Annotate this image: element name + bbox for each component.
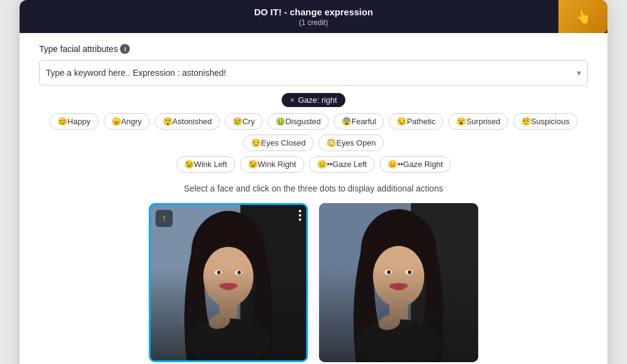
dropdown-arrow-icon[interactable]: ▾ xyxy=(577,68,581,78)
svg-rect-15 xyxy=(389,303,408,321)
keyword-input-row: ▾ xyxy=(39,60,588,86)
info-icon[interactable]: i xyxy=(120,44,130,54)
chip-gaze-left[interactable]: 😑••Gaze Left xyxy=(309,156,375,173)
instruction-text: Select a face and click on the three dot… xyxy=(39,184,588,193)
svg-point-6 xyxy=(215,270,222,275)
portrait-svg-2 xyxy=(319,203,478,362)
header-bar: DO IT! - change expression (1 credit) 👆 xyxy=(20,0,607,33)
header-subtitle: (1 credit) xyxy=(69,18,558,27)
svg-rect-4 xyxy=(219,302,237,320)
portrait-svg-1 xyxy=(151,205,306,360)
svg-point-21 xyxy=(377,313,402,332)
main-window: DO IT! - change expression (1 credit) 👆 … xyxy=(20,0,607,364)
svg-point-5 xyxy=(187,319,271,360)
image-card-2[interactable] xyxy=(319,203,478,362)
image-card-1[interactable]: ↑ xyxy=(149,203,308,362)
chip-fearful[interactable]: 😨Fearful xyxy=(334,113,384,130)
portrait-1 xyxy=(151,205,306,360)
chip-gaze-right[interactable]: 😑••Gaze Right xyxy=(380,156,451,173)
upload-icon[interactable]: ↑ xyxy=(156,210,173,227)
chip-surprised[interactable]: 😮Surprised xyxy=(448,113,508,130)
dot-3 xyxy=(299,218,301,221)
chip-wink-left[interactable]: 😉Wink Left xyxy=(176,156,235,173)
dot-2 xyxy=(299,214,301,217)
svg-point-10 xyxy=(207,312,231,332)
svg-point-9 xyxy=(238,270,241,274)
portrait-2 xyxy=(319,203,478,362)
section-label: Type facial attributes i xyxy=(39,44,588,54)
hand-icon: 👆 xyxy=(575,9,591,24)
chip-pathetic[interactable]: 😒Pathetic xyxy=(389,113,443,130)
chip-angry[interactable]: 😠Angry xyxy=(103,113,150,130)
active-tag[interactable]: × Gaze: right xyxy=(282,93,346,107)
tag-close-icon[interactable]: × xyxy=(290,96,295,105)
svg-point-19 xyxy=(387,270,391,274)
svg-point-17 xyxy=(385,270,392,275)
svg-point-7 xyxy=(235,270,242,275)
svg-point-14 xyxy=(373,246,424,307)
chips-row-2: 😉Wink Left😉Wink Right😑••Gaze Left😑••Gaze… xyxy=(39,156,588,173)
chips-row-1: 😊Happy😠Angry😲Astonished😢Cry🤢Disgusted😨Fe… xyxy=(39,113,588,151)
chip-astonished[interactable]: 😲Astonished xyxy=(155,113,220,130)
tag-label: Gaze: right xyxy=(298,95,337,105)
do-it-button[interactable]: 👆 xyxy=(558,0,607,33)
svg-point-16 xyxy=(356,319,441,362)
svg-point-8 xyxy=(217,270,220,274)
images-row: ↑ xyxy=(39,203,588,362)
content-area: Type facial attributes i ▾ × Gaze: right… xyxy=(20,33,607,362)
chip-happy[interactable]: 😊Happy xyxy=(50,113,99,130)
dots-menu[interactable] xyxy=(299,210,301,221)
chip-disgusted[interactable]: 🤢Disgusted xyxy=(268,113,329,130)
header-title: DO IT! - change expression xyxy=(69,6,558,18)
svg-point-20 xyxy=(408,270,411,274)
chip-eyes-closed[interactable]: 😌Eyes Closed xyxy=(243,135,314,151)
chip-cry[interactable]: 😢Cry xyxy=(225,113,263,130)
tag-row: × Gaze: right xyxy=(39,93,588,107)
keyword-input[interactable] xyxy=(46,61,577,85)
header-title-block: DO IT! - change expression (1 credit) xyxy=(69,6,558,27)
svg-point-3 xyxy=(203,247,253,306)
svg-point-18 xyxy=(405,270,413,275)
chip-wink-right[interactable]: 😉Wink Right xyxy=(240,156,304,173)
chip-suspicious[interactable]: 🤨Suspicious xyxy=(513,113,577,130)
chip-eyes-open[interactable]: 😳Eyes Open xyxy=(318,135,383,151)
dot-1 xyxy=(299,210,301,212)
